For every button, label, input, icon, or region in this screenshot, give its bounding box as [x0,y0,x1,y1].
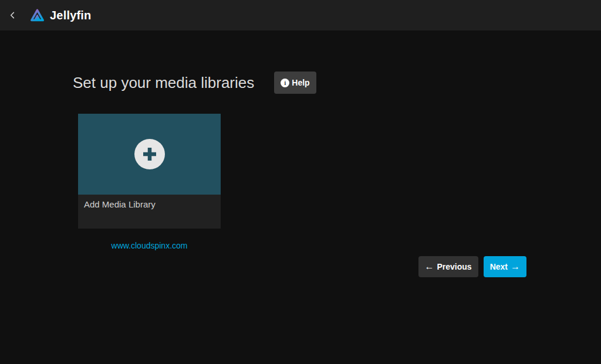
next-button[interactable]: Next → [484,256,526,277]
app-logo: Jellyfin [29,8,92,23]
card-label: Add Media Library [84,199,156,209]
card-footer: Add Media Library [78,195,221,229]
previous-button[interactable]: ← Previous [418,256,478,277]
help-button[interactable]: i Help [274,72,316,94]
previous-button-label: Previous [437,262,472,271]
arrow-left-icon: ← [425,262,434,271]
info-icon: i [281,79,289,87]
add-media-library-card[interactable]: Add Media Library [78,114,221,229]
next-button-label: Next [490,262,508,271]
plus-icon [134,139,165,169]
jellyfin-logo-icon [29,8,45,23]
app-header: Jellyfin [0,0,601,30]
wizard-nav: ← Previous Next → [418,256,527,277]
chevron-left-icon [8,11,18,20]
back-button[interactable] [1,4,25,27]
setup-wizard-page: Jellyfin Set up your media libraries i H… [0,0,601,364]
title-row: Set up your media libraries i Help [73,72,316,94]
card-image-area [78,114,221,195]
arrow-right-icon: → [511,262,520,271]
help-button-label: Help [292,78,309,87]
app-title: Jellyfin [50,9,92,22]
page-title: Set up your media libraries [73,74,254,92]
cloudspinx-link[interactable]: www.cloudspinx.com [78,241,221,250]
